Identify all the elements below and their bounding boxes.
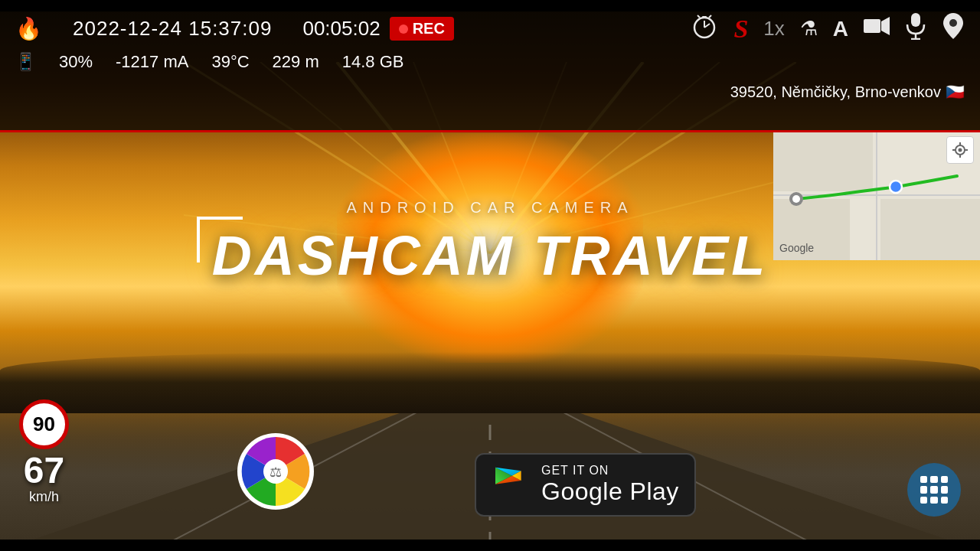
google-play-badge[interactable]: GET IT ON Google Play [475,453,696,517]
svg-point-25 [949,19,957,27]
svg-point-40 [959,148,962,152]
svg-point-34 [890,181,902,193]
main-title: DASHCAM TRAVEL [212,224,769,287]
temperature: 39°C [211,52,249,72]
top-bar: 🔥 2022-12-24 15:37:09 00:05:02 REC [0,0,980,130]
svg-marker-21 [881,17,890,35]
rec-dot [399,24,408,34]
grid-dot [941,497,948,504]
svg-point-33 [792,195,800,203]
svg-line-18 [697,15,700,18]
map-overlay[interactable]: Google [773,130,980,260]
svg-text:⚖: ⚖ [270,465,282,480]
top-letterbox [0,0,980,11]
location-info: 39520, Němčičky, Brno-venkov 🇨🇿 [730,83,965,101]
main-title-container: DASHCAM TRAVEL [212,224,769,287]
grid-dot [920,476,927,483]
grid-dot [920,486,927,493]
google-play-label: Google Play [541,478,679,506]
s-brand-icon: S [733,15,748,44]
grid-dot [930,486,937,493]
svg-rect-22 [911,13,920,27]
storage: 14.8 GB [342,52,404,72]
zoom-level: 1x [763,17,784,41]
play-store-icon [492,466,530,504]
speed-limit-sign: 90 [19,399,69,449]
treeline [0,352,980,413]
battery-percent: 30% [59,52,93,72]
main-container: 🔥 2022-12-24 15:37:09 00:05:02 REC [0,0,980,551]
grid-dot [941,486,948,493]
current-ma: -1217 mA [116,52,188,72]
video-icon [864,15,890,42]
flask-icon: ⚗ [800,17,818,41]
location-icon [942,11,965,46]
current-speed: 67 [24,452,64,489]
bottom-letterbox [0,540,980,551]
speed-unit: km/h [29,489,59,505]
svg-line-16 [704,24,710,28]
svg-rect-17 [702,16,707,18]
get-it-on-label: GET IT ON [541,464,679,478]
phone-battery-icon: 📱 [15,52,36,72]
svg-rect-27 [773,130,873,191]
top-bar-content: 🔥 2022-12-24 15:37:09 00:05:02 REC [0,0,980,80]
status-row-2: 📱 30% -1217 mA 39°C 229 m 14.8 GB [15,52,965,72]
rec-label: REC [413,20,445,37]
play-store-text: GET IT ON Google Play [541,464,679,506]
datetime: 2022-12-24 15:37:09 [73,17,272,41]
corner-bracket-decoration [197,217,243,262]
rec-badge: REC [390,17,454,41]
svg-rect-20 [864,19,880,33]
status-row-1: 🔥 2022-12-24 15:37:09 00:05:02 REC [15,11,965,46]
grid-dot [930,476,937,483]
timer-rec: 00:05:02 REC [302,17,453,41]
speed-container: 90 67 km/h [19,399,69,505]
timer: 00:05:02 [302,17,380,41]
grid-dot [920,497,927,504]
grid-dot [930,497,937,504]
app-icon: ⚖ [237,433,314,513]
mic-icon [905,12,926,45]
font-icon: A [833,17,848,41]
grid-dot [941,476,948,483]
google-map-label: Google [779,242,814,254]
grid-menu-button[interactable] [907,463,961,517]
top-icons: S 1x ⚗ A [691,11,965,46]
stopwatch-icon [691,12,718,45]
location-text: 39520, Němčičky, Brno-venkov [730,83,941,101]
czech-flag-icon: 🇨🇿 [946,83,965,101]
map-locate-button[interactable] [946,136,974,164]
dash-icon: 🔥 [15,16,42,41]
svg-rect-28 [880,199,980,260]
altitude: 229 m [273,52,319,72]
grid-icon [920,476,948,504]
svg-line-19 [709,15,711,18]
red-separator-line [0,130,980,132]
